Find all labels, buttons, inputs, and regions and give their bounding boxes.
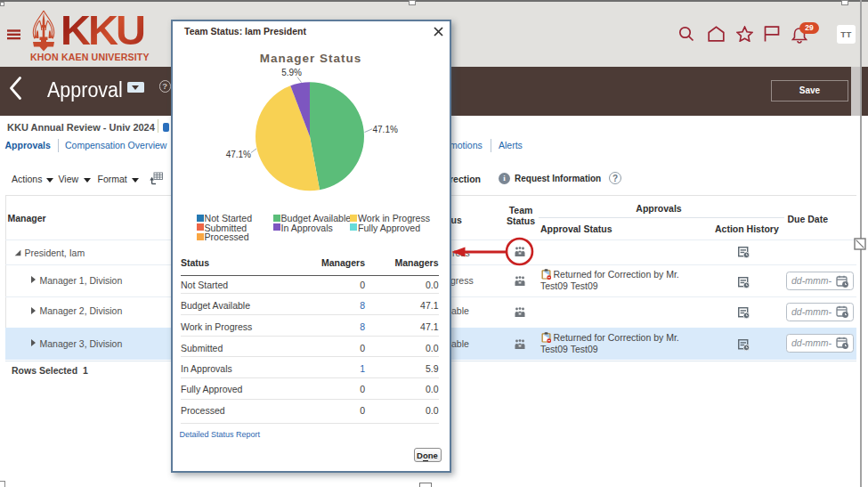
- svg-text:47.1%: 47.1%: [373, 125, 398, 134]
- svg-text:5.9%: 5.9%: [281, 68, 302, 77]
- svg-text:47.1%: 47.1%: [226, 150, 251, 159]
